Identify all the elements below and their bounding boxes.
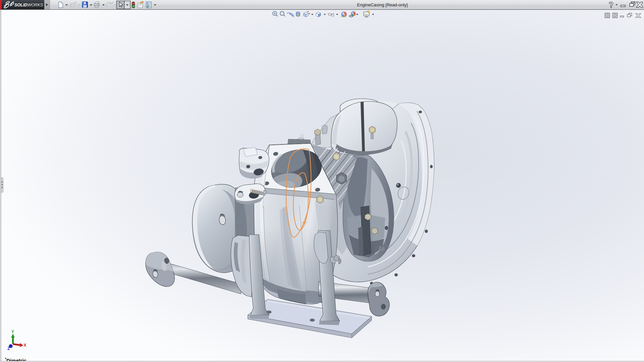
- svg-text:Y: Y: [11, 329, 14, 334]
- svg-text:X: X: [24, 343, 26, 348]
- svg-text:Z: Z: [7, 346, 10, 351]
